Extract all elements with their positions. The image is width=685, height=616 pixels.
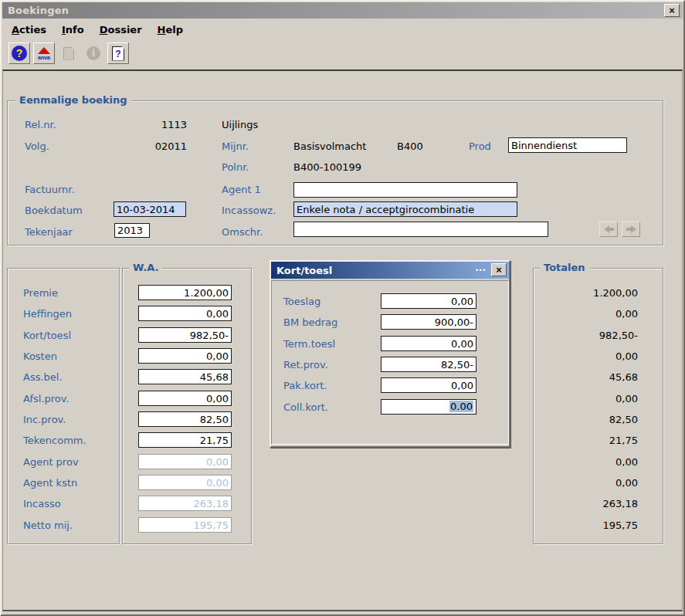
total-agent-prov: 0,00 (541, 456, 638, 469)
wa-input-agent-kstn (138, 475, 232, 490)
group-title-totalen: Totalen (540, 262, 589, 273)
row-label-incasso: Incasso (23, 498, 61, 510)
bm-bedrag-label: BM bedrag (283, 316, 337, 329)
total-tekencomm: 21,75 (541, 435, 638, 447)
tekenjaar-label: Tekenjaar (25, 226, 73, 239)
close-icon: × (669, 5, 675, 16)
mijnr-value: Basisvolmacht (293, 140, 366, 153)
row-label-tekencomm: Tekencomm. (23, 435, 86, 447)
polnr-value: B400-100199 (293, 161, 361, 174)
window-title: Boekingen (2, 5, 69, 16)
menu-item-dossier[interactable]: Dossier (92, 22, 150, 37)
wa-input-kort-toesl[interactable] (138, 327, 232, 343)
total-afsl-prov: 0,00 (541, 393, 638, 405)
row-label-agent-prov: Agent prov (23, 456, 79, 469)
info-icon: i (86, 46, 100, 60)
agent1-input[interactable] (293, 182, 517, 198)
mijnr-label: Mijnr. (222, 140, 249, 153)
context-help-button[interactable]: ? (107, 42, 129, 64)
total-agent-kstn: 0,00 (541, 477, 638, 489)
anva-roof-shape (38, 47, 50, 54)
menu-item-info[interactable]: Info (54, 22, 92, 37)
relnr-label: Rel.nr. (25, 119, 56, 131)
prod-input[interactable] (508, 137, 627, 153)
omschr-label: Omschr. (222, 226, 263, 239)
row-label-ass-bel: Ass.bel. (23, 371, 63, 384)
row-label-kort-toesl: Kort/toesl (23, 330, 71, 342)
pak-kort-label: Pak.kort. (283, 380, 327, 392)
total-kort-toesl: 982,50- (541, 330, 638, 342)
term-toesl-input[interactable] (381, 336, 476, 351)
toeslag-input[interactable] (381, 293, 476, 309)
document-icon (63, 47, 74, 60)
close-icon: × (496, 264, 502, 276)
term-toesl-label: Term.toesl (283, 338, 335, 350)
pak-kort-input[interactable] (381, 377, 476, 393)
wa-input-afsl-prov[interactable] (138, 391, 232, 406)
window-titlebar[interactable]: Boekingen (2, 2, 683, 19)
anva-logo-icon: anva (38, 47, 50, 60)
total-heffingen: 0,00 (541, 308, 638, 320)
wa-input-agent-prov (138, 454, 232, 469)
previous-record-button (599, 222, 618, 237)
app-window: Boekingen × Acties Info Dossier Help ? a… (0, 0, 685, 616)
eenmalige-boeking-group: Eenmalige boeking Rel.nr. 1113 Uijlings … (7, 100, 663, 245)
volgnr-label: Volg. (25, 140, 49, 153)
row-label-netto-mij: Netto mij. (23, 520, 73, 532)
total-netto-mij: 195,75 (541, 520, 638, 532)
coll-kort-input[interactable]: 0.00 (381, 399, 476, 415)
relnr-value: 1113 (93, 119, 187, 131)
relation-name-value: Uijlings (222, 119, 258, 131)
incassowz-input[interactable] (293, 201, 517, 217)
total-premie: 1.200,00 (541, 287, 638, 300)
total-incasso: 263,18 (541, 498, 638, 510)
toeslag-label: Toeslag (283, 296, 320, 308)
menu-item-help[interactable]: Help (150, 22, 191, 37)
row-label-agent-kstn: Agent kstn (23, 477, 77, 489)
row-label-inc-prov: Inc.prov. (23, 414, 66, 426)
anva-home-button[interactable]: anva (33, 42, 55, 64)
next-record-button (622, 222, 640, 237)
omschr-input[interactable] (293, 222, 548, 237)
dialog-close-button[interactable]: × (491, 263, 507, 276)
menu-bar: Acties Info Dossier Help (2, 20, 683, 39)
dialog-content: Toeslag BM bedrag Term.toesl Ret.prov. P… (271, 280, 509, 445)
new-document-button (58, 42, 80, 64)
boekdatum-input[interactable] (114, 201, 186, 217)
dialog-titlebar[interactable]: Kort/toesl ... (271, 262, 509, 279)
toolbar: ? anva i ? (2, 39, 683, 68)
info-button: i (83, 42, 104, 64)
bm-bedrag-input[interactable] (381, 314, 476, 330)
polnr-label: Polnr. (222, 161, 249, 174)
wa-input-heffingen[interactable] (138, 306, 232, 321)
wa-input-tekencomm[interactable] (138, 432, 232, 448)
client-area: Eenmalige boeking Rel.nr. 1113 Uijlings … (2, 69, 683, 611)
wa-group: W.A. (122, 268, 252, 544)
amount-labels-panel: Premie Heffingen Kort/toesl Kosten Ass.b… (7, 268, 120, 544)
help-button[interactable]: ? (8, 42, 30, 64)
wa-input-inc-prov[interactable] (138, 411, 232, 427)
factuurnr-label: Factuurnr. (25, 184, 75, 196)
kort-toesl-dialog: Kort/toesl ... × Toeslag BM bedrag Term.… (270, 260, 510, 448)
row-label-premie: Premie (23, 287, 58, 300)
total-inc-prov: 82,50 (541, 414, 638, 426)
wa-input-ass-bel[interactable] (138, 369, 232, 384)
row-label-kosten: Kosten (23, 350, 57, 363)
boekdatum-label: Boekdatum (25, 205, 83, 217)
incassowz-label: Incassowz. (222, 205, 276, 217)
totalen-group: Totalen 1.200,00 0,00 982,50- 0,00 45,68… (533, 268, 663, 544)
total-ass-bel: 45,68 (541, 371, 638, 384)
total-kosten: 0,00 (541, 350, 638, 363)
wa-input-incasso (138, 496, 232, 511)
group-title-eenmalige-boeking: Eenmalige boeking (15, 94, 131, 106)
window-close-button[interactable]: × (664, 4, 680, 17)
tekenjaar-input[interactable] (114, 223, 150, 238)
prod-label: Prod (469, 140, 491, 153)
menu-item-acties[interactable]: Acties (4, 22, 54, 37)
wa-input-kosten[interactable] (138, 348, 232, 364)
agent1-label: Agent 1 (222, 184, 261, 196)
row-label-heffingen: Heffingen (23, 308, 72, 320)
ret-prov-input[interactable] (381, 357, 476, 372)
wa-input-premie[interactable] (138, 285, 232, 300)
selected-text: 0.00 (449, 401, 473, 412)
